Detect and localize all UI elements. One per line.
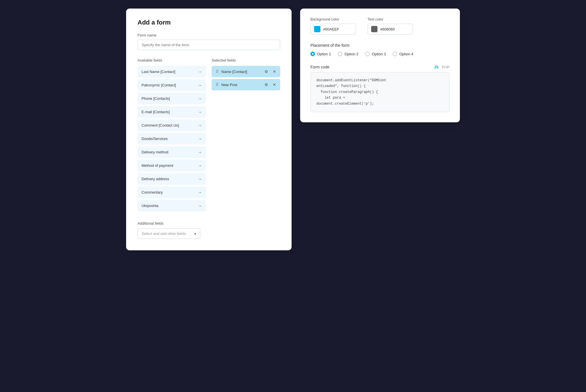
available-field-item[interactable]: Comment [Contact Us]→ [138,119,206,131]
bg-color-swatch[interactable]: #00AEEF [310,24,356,34]
selected-field-item[interactable]: ⠿ New Post ⚙ ✕ [212,79,280,90]
form-name-label: Form name [138,33,280,37]
available-field-item[interactable]: Phone [Contacts]→ [138,93,206,104]
available-fields-label: Available fields [138,58,206,62]
additional-fields-section: Additional fields Select and add other f… [138,221,280,239]
additional-fields-label: Additional fields [138,221,280,226]
field-label: Method of payment [142,163,173,168]
close-icon[interactable]: ✕ [273,82,276,87]
available-field-item[interactable]: E-mail [Contacts]→ [138,106,206,118]
arrow-icon: → [198,123,202,128]
available-field-item[interactable]: Patronymic [Contact]→ [138,79,206,91]
close-icon[interactable]: ✕ [273,69,276,74]
panel-title: Add a form [138,19,280,26]
drag-icon: ⠿ [216,82,219,87]
field-label: Ukrposhta [142,204,158,208]
field-label: Last Name [Contact] [142,70,175,74]
field-label: Patronymic [Contact] [142,83,176,87]
bg-color-value: #00AEEF [323,27,339,31]
selected-fields-label: Selected fields [212,58,280,62]
arrow-icon: → [198,136,202,141]
text-color-label: Text color [367,17,413,21]
available-field-item[interactable]: Delivery address→ [138,173,206,185]
field-label: Phone [Contacts] [142,96,170,101]
available-field-item[interactable]: Commentary→ [138,186,206,198]
placement-options: Option 1 Option 2 Option 3 Option 4 [310,52,450,56]
available-field-item[interactable]: Goods/Services→ [138,133,206,145]
radio-button-1[interactable] [310,52,315,56]
chevron-down-icon: ▾ [194,232,196,236]
placement-option-label-3: Option 3 [372,52,386,56]
placement-option-4[interactable]: Option 4 [393,52,413,56]
placement-section: Placement of the form Option 1 Option 2 … [310,43,450,56]
available-field-item[interactable]: Last Name [Contact]→ [138,66,206,78]
text-color-box [371,26,377,32]
code-content: document.addEventListener("DOMCont entLo… [316,78,444,107]
color-section: Background color #00AEEF Text color #606… [310,17,450,34]
arrow-icon: → [198,163,202,168]
code-tab-js[interactable]: JS [434,65,439,69]
form-code-header: Form code JSPHP [310,65,450,69]
radio-button-4[interactable] [393,52,397,56]
field-label: Goods/Services [142,137,168,141]
field-label: Delivery address [142,177,169,181]
radio-button-3[interactable] [365,52,370,56]
arrow-icon: → [198,69,202,74]
field-label: E-mail [Contacts] [142,110,170,114]
arrow-icon: → [198,150,202,155]
selected-fields-column: Selected fields ⠿ Name [Contact] ⚙ ✕ ⠿ N… [212,58,280,213]
left-panel: Add a form Form name Available fields La… [126,9,292,250]
form-name-input[interactable] [138,40,280,50]
additional-fields-dropdown[interactable]: Select and add other fields ▾ [138,228,200,239]
placement-option-2[interactable]: Option 2 [338,52,358,56]
selected-field-label: New Post [221,83,260,87]
code-block: document.addEventListener("DOMCont entLo… [310,72,450,112]
form-code-section: Form code JSPHP document.addEventListene… [310,65,450,112]
arrow-icon: → [198,83,202,88]
code-tabs: JSPHP [434,65,450,69]
available-field-item[interactable]: Ukrposhta→ [138,200,206,212]
additional-dropdown-text: Select and add other fields [142,231,186,236]
placement-option-1[interactable]: Option 1 [310,52,331,56]
arrow-icon: → [198,109,202,114]
drag-icon: ⠿ [216,69,219,74]
code-tab-php[interactable]: PHP [442,65,450,69]
placement-option-label-2: Option 2 [344,52,358,56]
bg-color-box [314,26,320,32]
placement-option-label-4: Option 4 [399,52,413,56]
placement-option-label-1: Option 1 [317,52,331,56]
text-color-group: Text color #606060 [367,17,413,34]
text-color-value: #606060 [380,27,395,31]
bg-color-label: Background color [310,17,356,21]
available-fields-column: Available fields Last Name [Contact]→Pat… [138,58,206,213]
field-label: Comment [Contact Us] [142,123,179,127]
placement-option-3[interactable]: Option 3 [365,52,386,56]
arrow-icon: → [198,190,202,195]
selected-field-item[interactable]: ⠿ Name [Contact] ⚙ ✕ [212,66,280,77]
placement-label: Placement of the form [310,43,450,48]
field-label: Delivery method [142,150,168,154]
available-field-item[interactable]: Method of payment→ [138,160,206,171]
gear-icon[interactable]: ⚙ [264,82,268,87]
background-color-group: Background color #00AEEF [310,17,356,34]
text-color-swatch[interactable]: #606060 [367,24,413,34]
arrow-icon: → [198,96,202,101]
selected-field-label: Name [Contact] [221,70,260,74]
gear-icon[interactable]: ⚙ [264,69,268,74]
right-panel: Background color #00AEEF Text color #606… [300,9,460,122]
radio-button-2[interactable] [338,52,342,56]
field-label: Commentary [142,190,163,194]
arrow-icon: → [198,176,202,181]
available-field-item[interactable]: Delivery method→ [138,146,206,158]
arrow-icon: → [198,203,202,208]
form-code-label: Form code [310,65,330,69]
